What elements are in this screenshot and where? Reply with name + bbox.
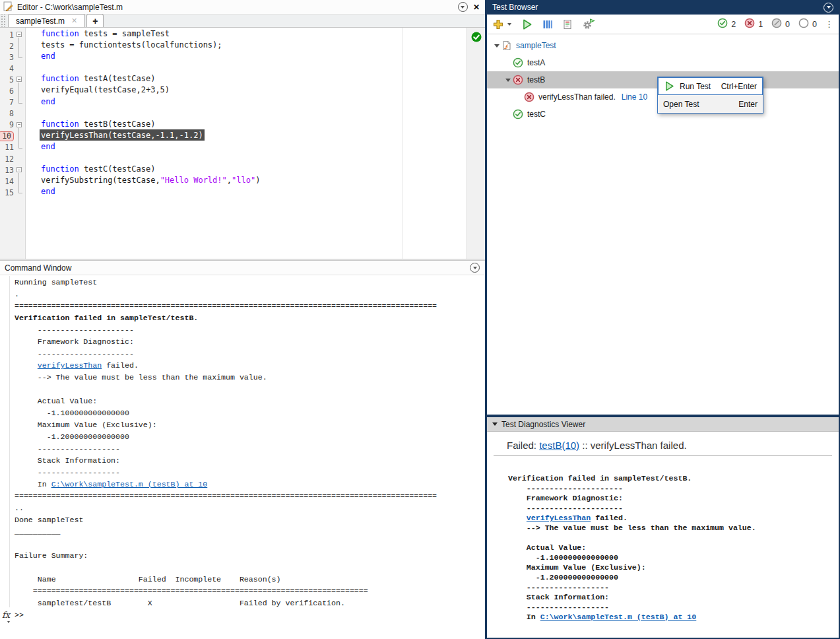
gutter-line-8[interactable]: 8 [0,108,25,119]
diagnostics-line [508,533,839,543]
code-lines[interactable]: function tests = sampleTesttests = funct… [26,28,467,198]
diagnostics-line: verifyLessThan failed. [508,513,839,523]
command-window-panel-menu-icon[interactable] [470,263,480,273]
gutter-line-14[interactable]: 14 [0,176,25,187]
code-line-13[interactable]: function testC(testCase) [26,164,467,176]
gutter-line-6[interactable]: 6 [0,85,25,96]
count-failed[interactable]: 1 [744,18,763,30]
command-window-body[interactable]: Running sampleTest.=====================… [0,275,485,639]
run-in-parallel-button[interactable] [542,19,553,30]
count-incomplete[interactable]: 0 [771,18,790,30]
diagnostics-line: -1.200000000000000 [508,572,839,582]
expander-icon[interactable] [503,79,513,82]
menu-item-run-test[interactable]: Run TestCtrl+Enter [658,77,763,95]
code-line-5[interactable]: function testA(testCase) [26,74,467,85]
pass-icon [513,57,523,68]
tab-grip-handle[interactable] [0,14,6,27]
gutter-line-3[interactable]: 3 [0,51,25,63]
expander-icon[interactable] [492,44,501,48]
console-line: Maximum Value (Exclusive): [15,419,437,431]
code-line-14[interactable]: verifySubstring(testCase,"Hello World!",… [26,176,467,187]
run-tests-button[interactable] [521,18,533,30]
console-line: Verification failed in sampleTest/testB. [15,312,437,324]
diagnostics-titlebar[interactable]: Test Diagnostics Viewer [487,417,839,432]
command-window-margin-rule [9,276,10,607]
console-line: ------------------ [15,443,437,455]
console-line [15,384,437,395]
console-line [15,538,437,550]
collapse-icon[interactable] [492,422,498,426]
console-line: ========================================… [15,586,437,597]
notrun-icon [798,18,809,30]
gutter-line-7[interactable]: 7 [0,97,25,108]
run-with-customization-button[interactable] [582,18,595,30]
console-line: -1.100000000000000 [15,407,437,419]
add-tests-dropdown-icon[interactable] [507,23,511,26]
diagnostics-line: Stack Information: [508,592,839,602]
hyperlink[interactable]: C:\work\sampleTest.m (testB) at 10 [540,613,697,621]
gutter-line-5[interactable]: 5 [0,74,25,85]
code-line-15[interactable]: end [26,187,467,198]
code-line-8[interactable] [26,108,467,119]
console-line: In C:\work\sampleTest.m (testB) at 10 [15,479,437,490]
gutter-line-15[interactable]: 15 [0,187,25,198]
diagnostics-line: -1.100000000000000 [508,553,839,562]
gutter-line-11[interactable]: 11 [0,142,25,153]
code-line-2[interactable]: tests = functiontests(localfunctions); [26,40,467,51]
gutter-line-9[interactable]: 9 [0,119,25,131]
pass-icon [513,109,523,119]
console-line: verifyLessThan failed. [15,360,437,372]
console-line: sampleTest/testB X Failed by verificatio… [15,597,437,609]
add-tests-button[interactable] [492,18,504,30]
editor-gutter[interactable]: 123456789101112131415 [0,28,26,259]
line-link[interactable]: Line 10 [622,92,647,102]
gutter-line-4[interactable]: 4 [0,63,25,74]
gutter-line-10[interactable]: 10 [0,131,25,142]
hyperlink[interactable]: verifyLessThan [527,514,591,522]
test-browser-panel-menu-icon[interactable] [824,3,833,13]
console-line: __________ [15,526,437,538]
gutter-line-2[interactable]: 2 [0,40,25,51]
tab-close-icon[interactable]: ✕ [71,17,77,25]
more-options-icon[interactable]: ⋮ [825,19,833,29]
test-tree-item-sampletest[interactable]: sampleTest [487,37,839,54]
code-analyzer-ok-icon[interactable] [471,32,482,45]
hyperlink[interactable]: verifyLessThan [38,361,102,370]
count-passed[interactable]: 2 [717,18,736,30]
test-tree-item-testa[interactable]: testA [487,54,839,71]
code-line-9[interactable]: function testB(testCase) [26,119,467,131]
menu-item-open-test[interactable]: Open TestEnter [658,95,763,113]
code-line-4[interactable] [26,63,467,74]
tab-sampletest[interactable]: sampleTest.m ✕ [8,14,85,27]
command-window-panel: Command Window Running sampleTest.======… [0,261,485,639]
editor-close-icon[interactable]: ✕ [473,3,480,12]
editor-panel-menu-icon[interactable] [458,2,468,12]
gutter-line-13[interactable]: 13 [0,164,25,176]
diagnostics-line: ------------------ [508,602,839,612]
console-line: ========================================… [15,300,437,312]
test-browser-titlebar: Test Browser [487,0,839,15]
editor-body[interactable]: function tests = sampleTesttests = funct… [0,28,485,259]
code-line-7[interactable]: end [26,97,467,108]
pass-icon [717,18,728,30]
gutter-line-12[interactable]: 12 [0,153,25,164]
count-not-run[interactable]: 0 [798,18,817,30]
diagnostics-line: --------------------- [508,503,839,513]
code-line-10[interactable]: verifyLessThan(testCase,-1.1,-1.2) [26,131,467,142]
code-line-12[interactable] [26,153,467,164]
code-line-6[interactable]: verifyEqual(testCase,2+3,5) [26,85,467,96]
diagnostics-separator [494,455,832,456]
fail-icon [524,92,534,102]
editor-pencil-icon [3,1,13,13]
diagnostics-line: Actual Value: [508,543,839,553]
command-window-titlebar: Command Window [0,261,485,275]
fx-button[interactable]: fx [2,609,14,621]
code-line-1[interactable]: function tests = sampleTest [26,29,467,40]
new-tab-button[interactable]: + [86,14,104,27]
hyperlink[interactable]: C:\work\sampleTest.m (testB) at 10 [51,480,208,488]
code-line-3[interactable]: end [26,51,467,63]
code-line-11[interactable]: end [26,142,467,153]
gutter-line-1[interactable]: 1 [0,29,25,40]
produce-report-button[interactable] [562,19,573,30]
failed-test-link[interactable]: testB(10) [539,440,579,451]
